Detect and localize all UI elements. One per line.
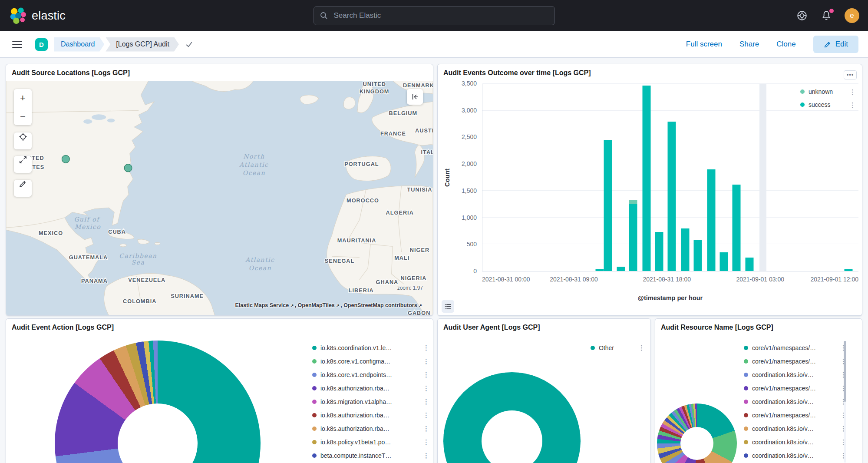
map-zoom-label: zoom: 1.97 [397,285,423,291]
map-attribution-link[interactable]: OpenStreetMap contributors [343,302,417,308]
legend-color-dot [800,89,805,94]
map-label: AUSTR [415,127,433,134]
legend-scrollbar-thumb[interactable] [844,341,846,402]
bar [845,84,853,271]
legend-label[interactable]: success [809,101,845,108]
map-attribution-link[interactable]: OpenMapTiles [298,302,335,308]
legend-label[interactable]: io.k8s.core.v1.endpoints… [320,371,419,378]
legend-label[interactable]: Other [599,344,634,351]
legend-label[interactable]: io.k8s.migration.v1alpha… [320,398,419,405]
map-label: BELGIUM [389,110,417,116]
x-axis-tick-label: 2021-09-01 12:00 [810,276,858,283]
legend-label[interactable]: coordination.k8s.io/v… [752,398,836,405]
elastic-logo-icon [10,7,26,24]
legend-item: io.k8s.core.v1.configma…⋮ [312,354,429,368]
panel-audit-source-locations: Audit Source Locations [Logs GCP] [6,64,433,316]
legend-label[interactable]: coordination.k8s.io/v… [752,452,836,459]
legend-label[interactable]: unknown [809,88,845,95]
legend-item-menu-icon[interactable]: ⋮ [423,371,429,378]
panel-audit-resource-name: Audit Resource Name [Logs GCP] core/v1/n… [655,318,862,463]
help-icon[interactable] [796,10,808,22]
legend-item-menu-icon[interactable]: ⋮ [423,425,429,432]
map-label: GABON [408,310,430,315]
legend-label[interactable]: core/v1/namespaces/… [752,385,836,392]
legend-item-menu-icon[interactable]: ⋮ [423,344,429,351]
legend-toggle-button[interactable] [442,300,454,313]
panel-title[interactable]: Audit User Agent [Logs GCP] [438,319,650,334]
user-avatar[interactable]: e [845,8,859,23]
legend-label[interactable]: core/v1/namespaces/… [752,412,836,419]
toolbar-action-full-screen[interactable]: Full screen [686,40,722,49]
legend-item-menu-icon[interactable]: ⋮ [423,452,429,459]
legend-item-menu-icon[interactable]: ⋮ [849,89,856,95]
legend-label[interactable]: beta.compute.instanceT… [320,452,419,459]
space-avatar[interactable]: D [35,38,48,51]
legend-item-menu-icon[interactable]: ⋮ [423,439,429,445]
app-header: elastic e [0,0,868,31]
panel-title[interactable]: Audit Source Locations [Logs GCP] [6,64,433,79]
landmass-greenland [191,81,253,91]
map-label: MEXICO [39,230,63,236]
legend-color-dot [312,427,317,431]
legend-item: Other⋮ [591,341,645,354]
elastic-logo[interactable]: elastic [0,7,66,24]
legend-label[interactable]: io.k8s.policy.v1beta1.po… [320,439,419,446]
legend-label[interactable]: io.k8s.authorization.rba… [320,385,419,392]
legend-item-menu-icon[interactable]: ⋮ [638,344,645,351]
legend-item-menu-icon[interactable]: ⋮ [849,102,856,108]
zoom-in-button[interactable]: + [14,89,32,107]
panel-title[interactable]: Audit Events Outcome over time [Logs GCP… [438,64,862,79]
map-label: TUNISIA [407,186,432,193]
legend-item: io.k8s.core.v1.endpoints…⋮ [312,368,429,381]
notifications-bell-icon[interactable] [820,10,832,22]
legend-item: coordination.k8s.io/v…⋮ [744,435,847,449]
expand-map-button[interactable] [14,156,32,173]
map-label: NIGERIA [400,275,426,281]
y-axis-tick-label: 2,500 [438,133,477,140]
legend-item-menu-icon[interactable]: ⋮ [423,398,429,405]
legend-item-menu-icon[interactable]: ⋮ [423,358,429,364]
legend-label[interactable]: coordination.k8s.io/v… [752,439,836,446]
legend-item: io.k8s.migration.v1alpha…⋮ [312,395,429,408]
panel-title[interactable]: Audit Event Action [Logs GCP] [6,319,433,334]
legend-label[interactable]: io.k8s.authorization.rba… [320,425,419,432]
map-canvas[interactable]: UNITEDKINGDOMDENMARKBELGIUMFRANCEAUSTRIT… [6,81,433,315]
search-icon [320,11,328,20]
legend-item-menu-icon[interactable]: ⋮ [423,385,429,391]
legend-collapse-button[interactable] [407,89,423,105]
bar-segment-success [655,232,663,271]
fit-to-data-button[interactable] [14,132,32,149]
legend-label[interactable]: core/v1/namespaces/… [752,358,836,365]
legend-label[interactable]: io.k8s.authorization.rba… [320,412,419,419]
breadcrumb-dashboard[interactable]: Dashboard [54,37,104,52]
legend-color-dot [744,453,748,458]
menu-hamburger-icon[interactable] [12,39,22,50]
legend-item-menu-icon[interactable]: ⋮ [423,412,429,418]
external-link-icon [335,302,340,308]
legend-item: io.k8s.coordination.v1.le…⋮ [312,341,429,354]
map-data-marker [62,155,69,163]
legend-label[interactable]: io.k8s.coordination.v1.le… [320,344,419,351]
map-attribution-link[interactable]: Elastic Maps Service [235,302,289,308]
legend-label[interactable]: io.k8s.core.v1.configma… [320,358,419,365]
panel-options-button[interactable]: ••• [844,70,857,79]
edit-button[interactable]: Edit [813,36,858,53]
legend-label[interactable]: coordination.k8s.io/v… [752,425,836,432]
map-label: Atlantic [245,256,274,263]
check-icon [185,40,193,49]
map-label: GHANA [376,279,399,285]
legend-label[interactable]: coordination.k8s.io/v… [752,371,836,378]
legend-color-dot [744,359,748,364]
panel-title[interactable]: Audit Resource Name [Logs GCP] [655,319,862,334]
zoom-out-button[interactable]: − [14,107,32,125]
search-input[interactable] [314,6,555,25]
toolbar-action-share[interactable]: Share [739,40,759,49]
map-tools-button[interactable] [14,180,32,197]
bar [694,84,702,271]
legend-label[interactable]: core/v1/namespaces/… [752,344,836,351]
bar-segment-success [629,204,637,271]
map-zoom-controls: + − [14,89,32,125]
breadcrumb-current-page[interactable]: [Logs GCP] Audit [106,37,179,52]
map-label: Mexico [75,223,101,230]
toolbar-action-clone[interactable]: Clone [776,40,795,49]
